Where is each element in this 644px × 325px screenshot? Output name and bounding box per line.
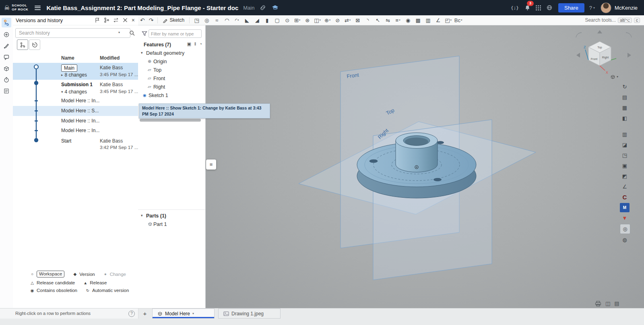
user-avatar[interactable] <box>601 2 611 13</box>
flat-view-toggle[interactable] <box>29 39 40 50</box>
linear-pattern-icon[interactable]: ⊞▾ <box>292 16 302 25</box>
history-row-change[interactable]: Model Here :: In... <box>13 126 138 136</box>
feature-item-top-plane[interactable]: ▱ Top <box>138 66 205 75</box>
history-row-start[interactable]: Start Katie Bass 3:42 PM Sep 17 ... <box>13 136 138 153</box>
compare-icon[interactable] <box>113 17 119 23</box>
m-app-icon[interactable]: M <box>620 203 630 212</box>
parts-group[interactable]: ▾ Parts (1) <box>138 212 205 220</box>
c-app-icon[interactable]: C <box>620 193 630 202</box>
suppress-icon[interactable]: ‖ <box>194 41 196 47</box>
shell-icon[interactable]: ▢ <box>272 16 282 25</box>
app-store-icon[interactable] <box>536 4 541 12</box>
follow-mode-icon[interactable] <box>2 30 11 39</box>
appearance-icon[interactable]: ◩ <box>620 172 630 181</box>
tab-model-here[interactable]: Model Here ▾ <box>152 308 215 319</box>
view-cube-menu[interactable]: ▾ <box>610 74 618 79</box>
fill-surface-icon[interactable]: ▩ <box>413 16 423 25</box>
history-row-change[interactable]: Model Here :: In... <box>13 96 138 106</box>
version-name[interactable]: Submission 1 <box>61 82 93 87</box>
search-options-chevron-icon[interactable]: ▾ <box>118 31 120 34</box>
extrude-icon[interactable]: ◳ <box>192 16 202 25</box>
snapshot-icon[interactable]: ◫ <box>605 300 610 306</box>
panels-icon[interactable]: ▤ <box>620 93 630 102</box>
feature-tree-flyout-button[interactable]: ≡ <box>206 159 216 170</box>
export-app-icon[interactable]: ▼ <box>620 213 630 223</box>
section-view-icon[interactable]: ◪ <box>620 140 630 149</box>
modify-fillet-icon[interactable]: ◝ <box>363 16 373 25</box>
feature-item-origin[interactable]: ⊕ Origin <box>138 58 205 66</box>
hole-icon[interactable]: ⊙ <box>282 16 292 25</box>
history-row-change[interactable]: Model Here :: In... <box>13 116 138 126</box>
add-tab-button[interactable]: + <box>140 309 149 318</box>
sync-icon[interactable]: ↻ <box>620 82 630 91</box>
arrow-up-icon[interactable] <box>597 30 602 33</box>
chevron-down-icon[interactable]: ▾ <box>192 312 194 315</box>
bolt-hole[interactable] <box>369 159 378 163</box>
chevron-down-icon[interactable]: ▾ <box>141 213 143 217</box>
rollback-bar[interactable] <box>140 119 201 122</box>
create-version-icon[interactable] <box>95 17 100 23</box>
bom-icon[interactable] <box>2 86 11 96</box>
share-button[interactable]: Share <box>558 3 584 12</box>
feature-filter-input[interactable] <box>149 29 202 38</box>
view-cube[interactable]: Top Front Right Z X <box>574 26 634 83</box>
redo-button[interactable]: ↷ <box>147 17 156 23</box>
measure-icon[interactable]: ∠ <box>433 16 443 25</box>
sketch-button[interactable]: Sketch <box>160 17 187 23</box>
boundary-surface-icon[interactable]: ◉ <box>403 16 413 25</box>
views-icon[interactable]: ▦ <box>620 103 630 112</box>
split-icon[interactable]: ⊘ <box>332 16 343 25</box>
history-row-change-highlighted[interactable]: Model Here :: S... <box>13 106 138 116</box>
expand-changes-control[interactable]: ▸8 changes <box>61 72 87 78</box>
revolve-icon[interactable]: ◎ <box>202 16 212 25</box>
draft-icon[interactable]: ◢ <box>252 16 262 25</box>
bolt-hole[interactable] <box>434 178 442 181</box>
arrow-right-icon[interactable] <box>627 53 631 58</box>
named-views-icon[interactable]: ◳ <box>620 151 630 160</box>
help-panel-icon[interactable]: ◍ <box>620 235 630 244</box>
link-icon[interactable] <box>260 4 266 12</box>
rollback-history-icon[interactable]: ◔ <box>199 41 202 47</box>
thicken-icon[interactable]: ▥ <box>423 16 433 25</box>
rotate-ccw-icon[interactable] <box>576 33 582 37</box>
insert-folder-icon[interactable]: ▣ <box>187 41 191 47</box>
bolt-hole[interactable] <box>437 141 444 144</box>
comments-icon[interactable] <box>2 52 11 62</box>
hide-show-icon[interactable]: ▥ <box>620 130 630 139</box>
tab-drawing-1[interactable]: Drawing 1.jpeg <box>218 308 281 319</box>
custom-feature-icon[interactable]: Bc▾ <box>453 16 463 25</box>
appearance-icon[interactable] <box>2 41 11 51</box>
display-options-icon[interactable]: ◧ <box>620 114 630 123</box>
fillet-icon[interactable]: ◜▾ <box>232 16 242 25</box>
chamfer-icon[interactable]: ◣ <box>242 16 252 25</box>
workspace-name[interactable]: Main <box>243 5 254 11</box>
manage-versions-icon[interactable] <box>122 17 128 23</box>
parts-icon[interactable] <box>2 64 11 73</box>
history-icon[interactable] <box>2 75 11 85</box>
frame-icon[interactable]: ◰▾ <box>443 16 453 25</box>
help-circle-icon[interactable]: ? <box>128 311 135 317</box>
feature-item-sketch-1[interactable]: ◉ Sketch 1 <box>138 91 205 100</box>
feature-item-front-plane[interactable]: ▱ Front <box>138 75 205 83</box>
transform-icon[interactable]: ⇄▾ <box>343 16 353 25</box>
grid-icon[interactable]: ▤ <box>614 300 619 306</box>
rib-icon[interactable]: ▮ <box>262 16 272 25</box>
selection-tool-icon[interactable]: ◎ <box>620 224 630 234</box>
move-face-icon[interactable]: ↖ <box>373 16 383 25</box>
version-name[interactable]: Start <box>61 138 71 144</box>
mirror-icon[interactable]: ◫▾ <box>312 16 322 25</box>
history-row-main[interactable]: Main Katie Bass ▸8 changes 3:45 PM Sep 1… <box>13 63 138 80</box>
collapse-changes-control[interactable]: ▾4 changes <box>61 89 87 95</box>
camera-icon[interactable]: ▣ <box>620 161 630 170</box>
default-geometry-group[interactable]: ▾ Default geometry <box>138 49 205 58</box>
globe-icon[interactable] <box>546 4 553 12</box>
graph-view-toggle[interactable] <box>17 39 28 50</box>
feature-item-right-plane[interactable]: ▱ Right <box>138 83 205 91</box>
replace-face-icon[interactable]: ⇋ <box>383 16 393 25</box>
search-icon[interactable] <box>127 29 137 37</box>
branch-icon[interactable] <box>104 17 109 23</box>
history-row-submission-1[interactable]: Submission 1 Katie Bass ▾4 changes 3:45 … <box>13 80 138 96</box>
menu-icon[interactable] <box>35 4 41 11</box>
workspace-badge[interactable]: Main <box>61 64 77 72</box>
notifications-bell-icon[interactable]: 3 <box>524 4 530 12</box>
